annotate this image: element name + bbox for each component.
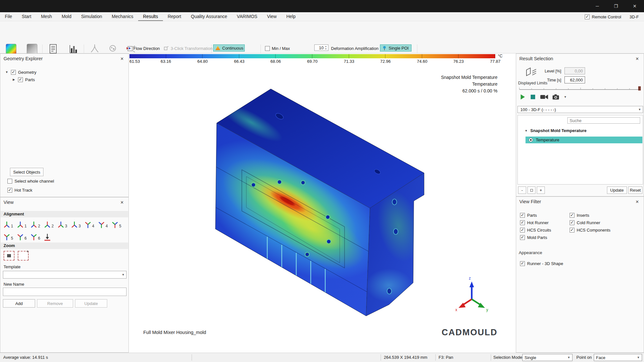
fit-limits-button[interactable] xyxy=(527,186,535,194)
zoom-out-limits-button[interactable]: - xyxy=(518,186,526,194)
menu-varimos[interactable]: VARIMOS xyxy=(232,12,262,21)
select-objects-button[interactable]: Select Objects xyxy=(10,168,43,176)
deformation-amplification-spinner[interactable]: 10 ▲▼ xyxy=(314,44,328,51)
stop-button[interactable] xyxy=(530,94,536,100)
zoom-window-button[interactable] xyxy=(4,251,14,261)
single-poi-button[interactable]: Single POI xyxy=(380,44,412,52)
snapshot-camera-button[interactable] xyxy=(552,94,560,100)
time-slider-handle[interactable] xyxy=(638,86,641,90)
mold-temperature-model[interactable]: z x y xyxy=(129,53,516,353)
result-set-select[interactable]: 100 - 3D-F (- - - - -) ▼ xyxy=(517,106,643,113)
reset-button[interactable]: Reset xyxy=(628,186,642,194)
continuous-button[interactable]: Continuous xyxy=(213,44,245,52)
three-click-transformation-button[interactable]: 3-Click Transformation xyxy=(164,45,213,52)
select-whole-channel-checkbox[interactable] xyxy=(7,179,12,184)
menu-mesh[interactable]: Mesh xyxy=(36,12,57,21)
point-on-select[interactable]: Face ▼ xyxy=(594,354,642,361)
close-icon[interactable]: ✕ xyxy=(634,199,640,204)
time-slider[interactable] xyxy=(519,85,642,91)
3d-viewport[interactable]: °C 61.53 63.16 64.80 66.43 68.06 69.70 7… xyxy=(129,53,516,353)
mold-parts-checkbox[interactable] xyxy=(520,235,525,240)
filter-cold-runner-toggle[interactable]: Cold Runner xyxy=(570,220,600,225)
spinner-arrows-icon[interactable]: ▲▼ xyxy=(324,45,328,51)
menu-quality-assurance[interactable]: Quality Assurance xyxy=(186,12,232,21)
remote-control-checkbox[interactable] xyxy=(585,14,590,19)
selection-mode-select[interactable]: Single ▼ xyxy=(522,354,573,361)
menu-mold[interactable]: Mold xyxy=(57,12,76,21)
menu-simulation[interactable]: Simulation xyxy=(76,12,107,21)
tree-node-geometry[interactable]: ▼ Geometry xyxy=(5,69,36,76)
hot-track-checkbox[interactable] xyxy=(7,188,12,193)
radio-selected-icon[interactable] xyxy=(529,138,533,142)
alignment-view-button[interactable]: 5 xyxy=(3,231,16,241)
remote-control-toggle[interactable]: Remote Control xyxy=(585,14,621,19)
runner-3d-shape-toggle[interactable]: Runner - 3D Shape xyxy=(520,261,563,266)
close-icon[interactable]: ✕ xyxy=(119,200,125,205)
hcs-circuits-checkbox[interactable] xyxy=(520,228,525,233)
level-input[interactable] xyxy=(564,67,585,74)
menu-mechanics[interactable]: Mechanics xyxy=(107,12,138,21)
remove-button[interactable]: Remove xyxy=(37,299,73,308)
menu-report[interactable]: Report xyxy=(163,12,186,21)
alignment-view-button[interactable]: 4 xyxy=(84,219,97,229)
alignment-view-button[interactable]: 6 xyxy=(16,231,29,241)
filter-hcs-circuits-toggle[interactable]: HCS Circuits xyxy=(520,228,551,233)
min-max-toggle[interactable]: Min / Max xyxy=(265,45,290,52)
menu-results[interactable]: Results xyxy=(138,12,163,21)
alignment-bottom-view-button[interactable] xyxy=(43,231,56,241)
search-input[interactable] xyxy=(567,117,640,124)
parts-checkbox[interactable] xyxy=(520,213,525,218)
filter-hcs-components-toggle[interactable]: HCS Components xyxy=(570,228,611,233)
zoom-select-button[interactable]: + xyxy=(18,251,29,261)
runner-3d-shape-checkbox[interactable] xyxy=(520,261,525,266)
update-button[interactable]: Update xyxy=(75,299,107,308)
cold-runner-checkbox[interactable] xyxy=(570,220,574,225)
parts-checkbox[interactable] xyxy=(18,77,23,82)
menu-start[interactable]: Start xyxy=(17,12,36,21)
filter-hot-runner-toggle[interactable]: Hot Runner xyxy=(520,220,548,225)
minimize-button[interactable]: ─ xyxy=(588,0,607,12)
alignment-view-button[interactable]: 1 xyxy=(3,219,16,229)
alignment-view-button[interactable]: 1 xyxy=(16,219,29,229)
menu-view[interactable]: View xyxy=(262,12,281,21)
filter-mold-parts-toggle[interactable]: Mold Parts xyxy=(520,235,547,240)
record-video-button[interactable] xyxy=(540,94,548,100)
template-select[interactable]: ▼ xyxy=(3,271,127,279)
play-button[interactable] xyxy=(519,94,526,100)
alignment-view-button[interactable]: 2 xyxy=(30,219,43,229)
hcs-components-checkbox[interactable] xyxy=(570,228,574,233)
alignment-view-button[interactable]: 3 xyxy=(71,219,83,229)
alignment-view-button[interactable]: 5 xyxy=(111,219,124,229)
add-button[interactable]: Add xyxy=(3,299,35,308)
close-icon[interactable]: ✕ xyxy=(634,56,640,61)
collapsed-arrow-icon[interactable]: ▶ xyxy=(12,78,16,81)
filter-inserts-toggle[interactable]: Inserts xyxy=(570,213,589,218)
zoom-in-limits-button[interactable]: + xyxy=(537,186,545,194)
alignment-view-button[interactable]: 2 xyxy=(43,219,56,229)
hot-runner-checkbox[interactable] xyxy=(520,220,525,225)
select-whole-channel-toggle[interactable]: Select whole channel xyxy=(7,179,54,184)
flow-direction-button[interactable]: Flow Direction xyxy=(126,45,160,52)
geometry-checkbox[interactable] xyxy=(11,70,16,75)
min-max-checkbox[interactable] xyxy=(265,46,270,51)
time-input[interactable] xyxy=(564,76,585,83)
close-icon[interactable]: ✕ xyxy=(119,56,125,61)
chevron-down-icon[interactable]: ▼ xyxy=(564,95,567,99)
menu-file[interactable]: File xyxy=(0,12,17,21)
expanded-arrow-icon[interactable]: ▼ xyxy=(524,129,528,132)
expanded-arrow-icon[interactable]: ▼ xyxy=(5,71,9,74)
alignment-view-button[interactable]: 6 xyxy=(30,231,43,241)
tree-node-parts[interactable]: ▶ Parts xyxy=(12,76,35,83)
menu-help[interactable]: Help xyxy=(281,12,300,21)
alignment-view-button[interactable]: 4 xyxy=(98,219,110,229)
result-item-temperature[interactable]: Temperature xyxy=(526,137,642,143)
new-name-input[interactable] xyxy=(3,288,127,296)
result-group-row[interactable]: ▼ Snapshot Mold Temperature xyxy=(524,128,587,133)
restore-button[interactable]: ❐ xyxy=(607,0,625,12)
close-button[interactable]: ✕ xyxy=(625,0,644,12)
update-button[interactable]: Update xyxy=(607,186,627,194)
hot-track-toggle[interactable]: Hot Track xyxy=(7,188,33,193)
inserts-checkbox[interactable] xyxy=(570,213,574,218)
filter-parts-toggle[interactable]: Parts xyxy=(520,213,537,218)
alignment-view-button[interactable]: 3 xyxy=(57,219,70,229)
